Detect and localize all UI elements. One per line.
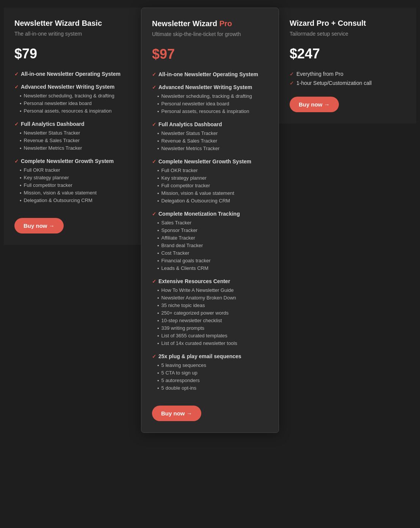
basic-section-1-header: ✓ Advanced Newsletter Writing System bbox=[14, 84, 130, 90]
list-item: Sponsor Tracker bbox=[157, 227, 268, 233]
plan-pro-title: Newsletter Wizard Pro bbox=[152, 19, 268, 28]
basic-section-3: ✓ Complete Newsletter Growth System Full… bbox=[14, 158, 130, 204]
check-icon: ✓ bbox=[152, 354, 156, 359]
list-item: 5 autoresponders bbox=[157, 378, 268, 384]
pro-section-5: ✓ Extensive Resources Center How To Writ… bbox=[152, 278, 268, 346]
pro-section-5-list: How To Write A Newsletter Guide Newslett… bbox=[152, 287, 268, 346]
list-item: Personal assets, resources & inspiration bbox=[20, 108, 130, 114]
list-item: Revenue & Sales Tracker bbox=[157, 138, 268, 144]
list-item: Revenue & Sales Tracker bbox=[20, 138, 130, 144]
pro-section-6-list: 5 leaving sequences 5 CTA to sign up 5 a… bbox=[152, 362, 268, 391]
list-item: Key strategy planner bbox=[20, 175, 130, 181]
list-item: Newsletter scheduling, tracking & drafti… bbox=[157, 93, 268, 99]
pro-section-4-list: Sales Tracker Sponsor Tracker Affiliate … bbox=[152, 220, 268, 271]
list-item: How To Write A Newsletter Guide bbox=[157, 287, 268, 293]
plan-basic-price: $79 bbox=[14, 46, 130, 62]
pro-section-6: ✓ 25x plug & play email sequences 5 leav… bbox=[152, 353, 268, 391]
list-item: Delegation & Outsourcing CRM bbox=[20, 197, 130, 204]
pro-section-2-list: Newsletter Status Tracker Revenue & Sale… bbox=[152, 130, 268, 152]
pricing-container: Newsletter Wizard Basic The all-in-one w… bbox=[4, 8, 416, 433]
basic-section-2-header: ✓ Full Analytics Dashboard bbox=[14, 121, 130, 127]
list-item: 5 CTA to sign up bbox=[157, 370, 268, 376]
list-item: List of 3655 curated templates bbox=[157, 333, 268, 339]
check-icon: ✓ bbox=[290, 80, 294, 86]
check-icon: ✓ bbox=[14, 71, 19, 77]
list-item: Full competitor tracker bbox=[157, 183, 268, 189]
list-item: Full OKR tracker bbox=[20, 167, 130, 173]
plan-consult: Wizard Pro + Consult Tailormade setup se… bbox=[279, 8, 416, 124]
basic-section-2: ✓ Full Analytics Dashboard Newsletter St… bbox=[14, 121, 130, 151]
plan-pro: Newsletter Wizard Pro Ultimate skip-the-… bbox=[141, 8, 279, 433]
pro-section-0: ✓ All-in-one Newsletter Operating System bbox=[152, 71, 268, 77]
plan-consult-title: Wizard Pro + Consult bbox=[290, 19, 406, 28]
list-item: Sales Tracker bbox=[157, 220, 268, 226]
plan-basic-subtitle: The all-in-one writing system bbox=[14, 31, 130, 37]
list-item: 35 niche topic ideas bbox=[157, 302, 268, 309]
check-icon: ✓ bbox=[14, 158, 19, 164]
list-item: Personal newsletter idea board bbox=[157, 101, 268, 107]
check-icon: ✓ bbox=[14, 84, 19, 90]
buy-now-button-consult[interactable]: Buy now → bbox=[290, 97, 339, 112]
check-icon: ✓ bbox=[152, 211, 156, 217]
list-item: 339 writing prompts bbox=[157, 325, 268, 331]
check-icon: ✓ bbox=[290, 71, 294, 77]
basic-section-1: ✓ Advanced Newsletter Writing System New… bbox=[14, 84, 130, 114]
list-item: Personal newsletter idea board bbox=[20, 100, 130, 107]
basic-section-2-list: Newsletter Status Tracker Revenue & Sale… bbox=[14, 130, 130, 151]
buy-now-button-pro[interactable]: Buy now → bbox=[152, 406, 201, 421]
list-item: Personal assets, resources & inspiration bbox=[157, 108, 268, 114]
plan-pro-price: $97 bbox=[152, 46, 268, 62]
list-item: Brand deal Tracker bbox=[157, 243, 268, 249]
check-icon: ✓ bbox=[152, 85, 156, 90]
list-item: Newsletter Status Tracker bbox=[157, 130, 268, 136]
basic-section-0: ✓ All-in-one Newsletter Operating System bbox=[14, 71, 130, 77]
basic-section-1-list: Newsletter scheduling, tracking & drafti… bbox=[14, 93, 130, 114]
basic-section-0-header: ✓ All-in-one Newsletter Operating System bbox=[14, 71, 130, 77]
list-item: 250+ categorized power words bbox=[157, 310, 268, 316]
consult-feature-0: ✓ Everything from Pro bbox=[290, 71, 406, 77]
pro-section-6-header: ✓ 25x plug & play email sequences bbox=[152, 353, 268, 359]
plan-basic-title: Newsletter Wizard Basic bbox=[14, 19, 130, 28]
pro-section-5-header: ✓ Extensive Resources Center bbox=[152, 278, 268, 284]
list-item: Financial goals tracker bbox=[157, 258, 268, 264]
list-item: Cost Tracker bbox=[157, 250, 268, 256]
list-item: Full OKR tracker bbox=[157, 168, 268, 174]
pro-section-2-header: ✓ Full Analytics Dashboard bbox=[152, 121, 268, 127]
list-item: Full competitor tracker bbox=[20, 182, 130, 188]
basic-section-3-list: Full OKR tracker Key strategy planner Fu… bbox=[14, 167, 130, 204]
pro-section-1-list: Newsletter scheduling, tracking & drafti… bbox=[152, 93, 268, 114]
list-item: Newsletter scheduling, tracking & drafti… bbox=[20, 93, 130, 99]
check-icon: ✓ bbox=[152, 159, 156, 165]
list-item: Leads & Clients CRM bbox=[157, 265, 268, 271]
pro-section-4-header: ✓ Complete Monetization Tracking bbox=[152, 211, 268, 217]
list-item: Affiliate Tracker bbox=[157, 235, 268, 241]
list-item: Mission, vision & value statement bbox=[157, 190, 268, 196]
list-item: Newsletter Metrics Tracker bbox=[20, 145, 130, 151]
list-item: 10-step newsletter checklist bbox=[157, 318, 268, 324]
list-item: Delegation & Outsourcing CRM bbox=[157, 198, 268, 204]
pro-section-3-list: Full OKR tracker Key strategy planner Fu… bbox=[152, 168, 268, 204]
pro-section-2: ✓ Full Analytics Dashboard Newsletter St… bbox=[152, 121, 268, 152]
consult-feature-1: ✓ 1-hour Setup/Customization call bbox=[290, 80, 406, 86]
plan-consult-price: $247 bbox=[290, 46, 406, 62]
plan-pro-subtitle: Ultimate skip-the-line-ticket for growth bbox=[152, 31, 268, 37]
check-icon: ✓ bbox=[14, 121, 19, 127]
plan-basic: Newsletter Wizard Basic The all-in-one w… bbox=[4, 8, 141, 245]
list-item: Key strategy planner bbox=[157, 175, 268, 181]
list-item: Newsletter Status Tracker bbox=[20, 130, 130, 136]
list-item: 5 leaving sequences bbox=[157, 362, 268, 368]
list-item: List of 14x curated newsletter tools bbox=[157, 340, 268, 346]
buy-now-button-basic[interactable]: Buy now → bbox=[14, 218, 64, 233]
pro-section-1: ✓ Advanced Newsletter Writing System New… bbox=[152, 84, 268, 114]
list-item: 5 double opt-ins bbox=[157, 385, 268, 391]
pro-section-3-header: ✓ Complete Newsletter Growth System bbox=[152, 158, 268, 165]
pro-section-1-header: ✓ Advanced Newsletter Writing System bbox=[152, 84, 268, 90]
list-item: Newsletter Anatomy Broken Down bbox=[157, 295, 268, 301]
basic-section-3-header: ✓ Complete Newsletter Growth System bbox=[14, 158, 130, 164]
check-icon: ✓ bbox=[152, 122, 156, 127]
list-item: Mission, vision & value statement bbox=[20, 190, 130, 196]
check-icon: ✓ bbox=[152, 72, 156, 77]
pro-section-0-header: ✓ All-in-one Newsletter Operating System bbox=[152, 71, 268, 77]
plan-consult-subtitle: Tailormade setup service bbox=[290, 31, 406, 37]
check-icon: ✓ bbox=[152, 279, 156, 284]
